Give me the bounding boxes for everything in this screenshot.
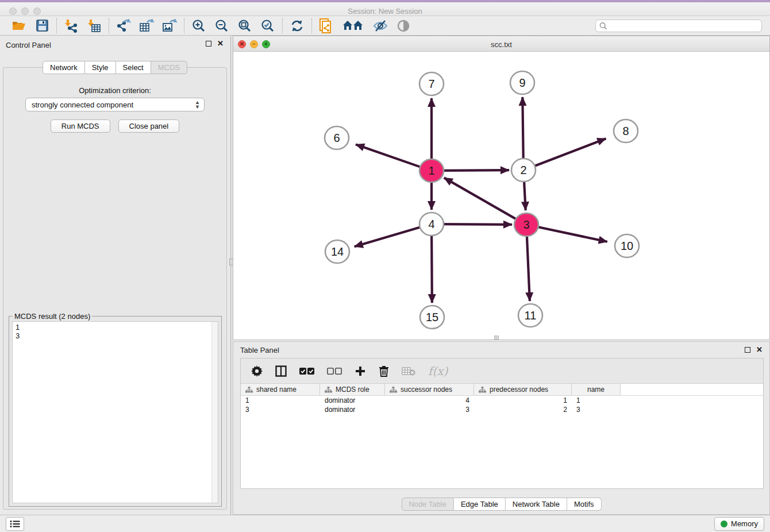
graph-edge-4-3[interactable] bbox=[442, 224, 512, 225]
list-icon bbox=[10, 520, 20, 528]
delete-table-icon[interactable] bbox=[402, 367, 415, 376]
tab-network[interactable]: Network bbox=[43, 61, 85, 74]
export-image-icon[interactable] bbox=[162, 18, 177, 33]
import-table-icon[interactable] bbox=[87, 18, 102, 33]
session-title: Session: New Session bbox=[0, 7, 770, 16]
tab-network-table[interactable]: Network Table bbox=[506, 498, 567, 511]
graph-node-label: 14 bbox=[331, 245, 344, 258]
column-successor-nodes[interactable]: successor nodes bbox=[385, 384, 474, 395]
attribute-tree-icon bbox=[390, 387, 397, 393]
mcds-result-group: MCDS result (2 nodes) 1 3 bbox=[9, 316, 222, 507]
graph-edge-2-8[interactable] bbox=[534, 138, 606, 166]
delete-column-icon[interactable] bbox=[379, 365, 389, 377]
table-tabs: Node Table Edge Table Network Table Moti… bbox=[401, 498, 601, 511]
graph-edge-1-6[interactable] bbox=[356, 144, 421, 167]
memory-button[interactable]: Memory bbox=[714, 517, 764, 531]
export-network-icon[interactable] bbox=[116, 18, 131, 33]
graph-edge-4-14[interactable] bbox=[355, 227, 421, 246]
tab-edge-table[interactable]: Edge Table bbox=[454, 498, 506, 511]
split-panel-icon[interactable] bbox=[275, 365, 287, 377]
graph-edge-1-2[interactable] bbox=[442, 170, 509, 171]
graph-node-15[interactable]: 15 bbox=[420, 306, 444, 329]
criterion-value: strongly connected component bbox=[32, 101, 133, 109]
close-panel-icon[interactable]: ✕ bbox=[217, 41, 224, 47]
zoom-fit-icon[interactable] bbox=[237, 18, 252, 33]
graph-node-14[interactable]: 14 bbox=[325, 240, 349, 263]
tab-style[interactable]: Style bbox=[85, 61, 116, 74]
refresh-layout-icon[interactable] bbox=[290, 18, 305, 33]
column-predecessor-nodes[interactable]: predecessor nodes bbox=[474, 384, 572, 395]
table-row[interactable]: 3 dominator 3 2 3 bbox=[241, 406, 763, 415]
graph-node-6[interactable]: 6 bbox=[325, 126, 349, 149]
graph-node-2[interactable]: 2 bbox=[511, 159, 536, 182]
control-panel: Control Panel ✕ Network Style Select MCD… bbox=[0, 36, 230, 515]
close-panel-button[interactable]: Close panel bbox=[118, 119, 180, 133]
add-column-icon[interactable] bbox=[355, 365, 366, 377]
attribute-tree-icon bbox=[245, 387, 253, 393]
graph-node-4[interactable]: 4 bbox=[419, 213, 444, 236]
search-field[interactable] bbox=[607, 22, 758, 30]
deselect-all-icon[interactable] bbox=[327, 367, 342, 375]
graph-node-label: 2 bbox=[520, 164, 526, 176]
graph-node-9[interactable]: 9 bbox=[510, 71, 534, 94]
table-panel: Table Panel ✕ bbox=[233, 341, 770, 515]
table-row[interactable]: 1 dominator 4 1 1 bbox=[241, 396, 763, 406]
export-table-icon[interactable] bbox=[139, 18, 154, 33]
column-shared-name[interactable]: shared name bbox=[241, 384, 320, 395]
network-resize-grip[interactable] bbox=[494, 336, 499, 340]
graph-node-label: 1 bbox=[428, 164, 434, 177]
graph-edge-4-15[interactable] bbox=[432, 234, 432, 303]
first-neighbors-icon[interactable] bbox=[342, 18, 365, 33]
run-mcds-button[interactable]: Run MCDS bbox=[51, 119, 110, 133]
mcds-result-text[interactable]: 1 3 bbox=[12, 321, 218, 503]
tab-node-table[interactable]: Node Table bbox=[401, 498, 454, 511]
save-session-icon[interactable] bbox=[34, 18, 49, 33]
show-all-icon[interactable] bbox=[396, 18, 411, 33]
table-settings-icon[interactable] bbox=[251, 365, 263, 377]
graph-edge-3-1[interactable] bbox=[444, 178, 517, 219]
graph-node-label: 9 bbox=[519, 76, 525, 89]
graph-node-label: 11 bbox=[525, 309, 537, 322]
import-network-icon[interactable] bbox=[64, 18, 79, 33]
close-table-panel-icon[interactable]: ✕ bbox=[756, 347, 763, 353]
tab-motifs[interactable]: Motifs bbox=[567, 498, 602, 511]
graph-node-11[interactable]: 11 bbox=[518, 304, 542, 327]
function-builder-icon: f(x) bbox=[428, 364, 448, 378]
graph-node-label: 8 bbox=[622, 125, 629, 137]
optimization-criterion-label: Optimization criterion: bbox=[3, 86, 226, 95]
criterion-dropdown[interactable]: strongly connected component ▲▼ bbox=[25, 98, 205, 111]
graph-node-label: 15 bbox=[426, 311, 438, 323]
open-session-icon[interactable] bbox=[11, 18, 26, 33]
table-column-headers: shared name MCDS role successor nodes pr… bbox=[241, 384, 763, 396]
tab-mcds[interactable]: MCDS bbox=[151, 61, 187, 74]
graph-node-10[interactable]: 10 bbox=[615, 234, 639, 257]
network-graph[interactable]: 7968124314101511 bbox=[233, 52, 769, 340]
graph-edge-3-11[interactable] bbox=[527, 235, 530, 301]
graph-node-7[interactable]: 7 bbox=[419, 72, 444, 95]
select-all-icon[interactable] bbox=[299, 367, 314, 375]
table-body: 1 dominator 4 1 1 3 dominator 3 2 3 bbox=[241, 396, 763, 415]
zoom-in-icon[interactable] bbox=[191, 18, 206, 33]
task-history-button[interactable] bbox=[6, 517, 24, 531]
tab-select[interactable]: Select bbox=[116, 61, 151, 74]
graph-edge-2-9[interactable] bbox=[522, 97, 523, 160]
clone-network-icon[interactable] bbox=[319, 18, 334, 33]
control-panel-title: Control Panel bbox=[6, 41, 51, 49]
result-scrollbar[interactable] bbox=[211, 322, 218, 503]
network-canvas[interactable]: 7968124314101511 bbox=[233, 52, 769, 340]
graph-edge-3-10[interactable] bbox=[537, 227, 607, 242]
graph-node-1[interactable]: 1 bbox=[419, 159, 444, 182]
graph-node-3[interactable]: 3 bbox=[514, 213, 538, 236]
column-name[interactable]: name bbox=[572, 384, 621, 395]
search-input[interactable] bbox=[595, 20, 762, 32]
graph-node-8[interactable]: 8 bbox=[614, 119, 638, 142]
zoom-out-icon[interactable] bbox=[214, 18, 229, 33]
graph-node-label: 10 bbox=[621, 240, 633, 252]
float-panel-icon[interactable] bbox=[206, 41, 211, 47]
column-mcds-role[interactable]: MCDS role bbox=[320, 384, 385, 395]
graph-edge-2-3[interactable] bbox=[524, 180, 526, 210]
zoom-selected-icon[interactable] bbox=[260, 18, 275, 33]
float-table-panel-icon[interactable] bbox=[745, 347, 750, 353]
node-table-container: f(x) shared name MCDS role successor nod… bbox=[240, 358, 764, 489]
hide-selected-icon[interactable] bbox=[373, 18, 388, 33]
